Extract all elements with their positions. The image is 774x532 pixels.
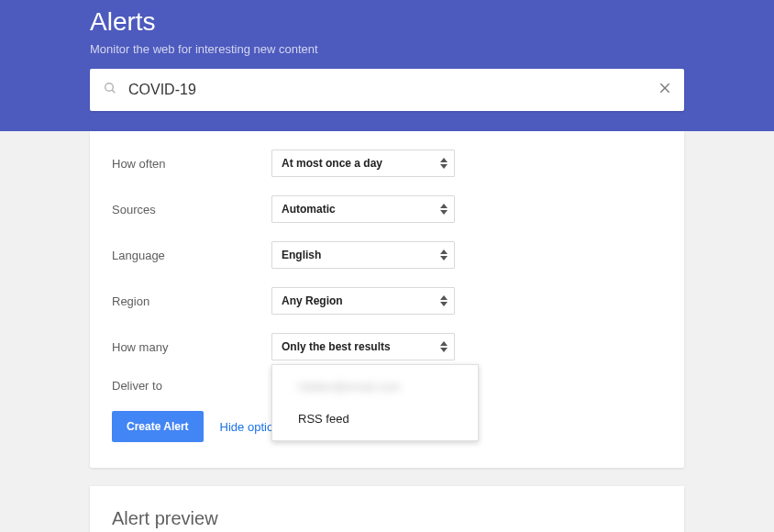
- sources-label: Sources: [112, 203, 271, 216]
- language-label: Language: [112, 249, 271, 262]
- alert-preview-title: Alert preview: [112, 508, 662, 529]
- region-label: Region: [112, 294, 271, 308]
- search-icon: [103, 81, 117, 99]
- how-many-select[interactable]: [271, 333, 455, 360]
- language-select[interactable]: [271, 241, 455, 269]
- options-card: How often Sources Language: [90, 131, 684, 468]
- alert-preview-card: Alert preview NEWS: [90, 486, 684, 532]
- close-icon[interactable]: [658, 82, 671, 98]
- svg-line-1: [112, 90, 115, 93]
- sources-select[interactable]: [271, 195, 455, 223]
- deliver-to-label: Deliver to: [112, 379, 271, 393]
- search-input[interactable]: [90, 69, 684, 111]
- search-container: [90, 69, 684, 111]
- region-select[interactable]: [271, 287, 455, 315]
- how-often-label: How often: [112, 157, 271, 171]
- how-many-label: How many: [112, 340, 271, 354]
- how-often-select[interactable]: [271, 150, 455, 177]
- page-subtitle: Monitor the web for interesting new cont…: [90, 42, 684, 56]
- svg-point-0: [105, 83, 114, 92]
- deliver-option-rss[interactable]: RSS feed: [272, 403, 478, 435]
- deliver-to-dropdown: hidden@email.com RSS feed: [271, 364, 479, 441]
- create-alert-button[interactable]: Create Alert: [112, 411, 204, 442]
- header: Alerts Monitor the web for interesting n…: [0, 0, 774, 131]
- page-title: Alerts: [90, 7, 684, 37]
- deliver-option-email[interactable]: hidden@email.com: [272, 371, 478, 403]
